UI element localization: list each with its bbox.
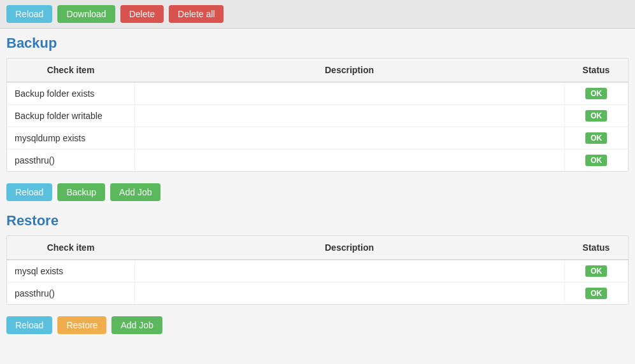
backup-table-header-row: Check item Description Status [7, 59, 628, 82]
ok-badge: OK [585, 88, 607, 99]
ok-badge: OK [585, 155, 607, 166]
restore-col-check-item: Check item [7, 236, 134, 260]
restore-check-item-cell: passthru() [7, 283, 134, 305]
table-row: mysql existsOK [7, 260, 628, 283]
restore-title: Restore [6, 213, 629, 229]
restore-description-cell [134, 260, 564, 283]
delete-all-button[interactable]: Delete all [169, 5, 224, 23]
restore-table: Check item Description Status mysql exis… [7, 236, 628, 304]
backup-col-status: Status [564, 59, 628, 82]
restore-button[interactable]: Restore [57, 316, 106, 334]
backup-button[interactable]: Backup [57, 183, 105, 201]
restore-table-header-row: Check item Description Status [7, 236, 628, 260]
backup-action-bar: Reload Backup Add Job [0, 178, 635, 206]
backup-description-cell [134, 82, 564, 105]
backup-col-description: Description [134, 59, 564, 82]
restore-action-bar: Reload Restore Add Job [0, 311, 635, 339]
backup-add-job-button[interactable]: Add Job [110, 183, 161, 201]
backup-check-item-cell: mysqldump exists [7, 127, 134, 150]
backup-description-cell [134, 150, 564, 172]
top-bar: Reload Download Delete Delete all [0, 0, 635, 29]
restore-add-job-button[interactable]: Add Job [111, 316, 162, 334]
backup-description-cell [134, 105, 564, 127]
backup-description-cell [134, 127, 564, 150]
table-row: Backup folder writableOK [7, 105, 628, 127]
backup-col-check-item: Check item [7, 59, 134, 82]
backup-check-item-cell: Backup folder exists [7, 82, 134, 105]
restore-col-status: Status [564, 236, 628, 260]
ok-badge: OK [585, 132, 607, 144]
backup-check-item-cell: passthru() [7, 150, 134, 172]
backup-reload-button[interactable]: Reload [6, 183, 52, 201]
backup-status-cell: OK [564, 150, 628, 172]
delete-button[interactable]: Delete [120, 5, 164, 23]
reload-top-button[interactable]: Reload [6, 5, 52, 23]
backup-status-cell: OK [564, 127, 628, 150]
restore-status-cell: OK [564, 260, 628, 283]
table-row: Backup folder existsOK [7, 82, 628, 105]
ok-badge: OK [585, 265, 607, 277]
table-row: passthru()OK [7, 283, 628, 305]
restore-check-item-cell: mysql exists [7, 260, 134, 283]
backup-check-item-cell: Backup folder writable [7, 105, 134, 127]
restore-section: Restore Check item Description Status my… [0, 206, 635, 305]
restore-table-container: Check item Description Status mysql exis… [6, 235, 629, 305]
restore-col-description: Description [134, 236, 564, 260]
ok-badge: OK [585, 288, 607, 299]
backup-section: Backup Check item Description Status Bac… [0, 29, 635, 172]
table-row: passthru()OK [7, 150, 628, 172]
backup-table-container: Check item Description Status Backup fol… [6, 58, 629, 172]
backup-title: Backup [6, 35, 629, 52]
restore-status-cell: OK [564, 283, 628, 305]
restore-description-cell [134, 283, 564, 305]
backup-status-cell: OK [564, 105, 628, 127]
backup-status-cell: OK [564, 82, 628, 105]
table-row: mysqldump existsOK [7, 127, 628, 150]
ok-badge: OK [585, 110, 607, 122]
restore-reload-button[interactable]: Reload [6, 316, 52, 334]
backup-table: Check item Description Status Backup fol… [7, 59, 628, 171]
download-button[interactable]: Download [57, 5, 115, 23]
